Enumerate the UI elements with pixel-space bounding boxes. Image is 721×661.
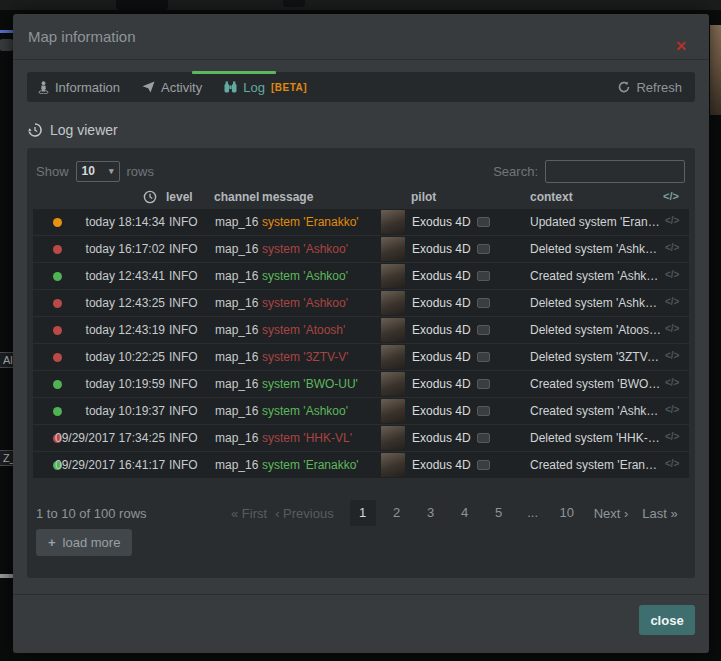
- row-message: system 'Ashkoo': [262, 296, 348, 310]
- beta-badge: [BETA]: [271, 82, 307, 93]
- next-page-button[interactable]: Next ›: [594, 506, 629, 521]
- search-group: Search:: [493, 160, 685, 183]
- table-row[interactable]: today 10:22:25 INFO map_16 system '3ZTV-…: [33, 344, 689, 370]
- map-information-dialog: Map information ✕ Information Activity: [13, 14, 709, 653]
- dialog-title: Map information: [28, 28, 136, 45]
- first-page-button[interactable]: « First: [231, 506, 267, 521]
- row-context: Deleted system 'Atoosh' #...: [530, 323, 662, 337]
- code-icon: </>: [665, 323, 679, 334]
- page-button[interactable]: 10: [554, 500, 580, 526]
- tab-information[interactable]: Information: [27, 72, 131, 102]
- background-map-line: [0, 30, 14, 33]
- tab-label: Log: [243, 80, 265, 95]
- plus-icon: +: [48, 535, 56, 550]
- log-panel: Show 10 ▾ rows Search: level channel mes…: [27, 148, 695, 578]
- table-row[interactable]: today 12:43:25 INFO map_16 system 'Ashko…: [33, 290, 689, 316]
- row-time: today 10:19:59: [55, 377, 165, 391]
- row-context: Created system 'Eranakko...: [530, 458, 662, 472]
- page-button[interactable]: 4: [452, 500, 478, 526]
- row-channel: map_16: [215, 323, 258, 337]
- background-map-shape: [0, 574, 14, 578]
- header-context[interactable]: context: [530, 190, 573, 204]
- row-level: INFO: [169, 377, 198, 391]
- row-level: INFO: [169, 350, 198, 364]
- header-pilot[interactable]: pilot: [411, 190, 436, 204]
- header-level[interactable]: level: [166, 190, 193, 204]
- header-message[interactable]: message: [262, 190, 313, 204]
- character-sheet-icon: [477, 325, 490, 335]
- page-button[interactable]: 2: [384, 500, 410, 526]
- pilot-name: Exodus 4D: [412, 323, 471, 337]
- show-label: Show: [36, 164, 69, 179]
- page-button[interactable]: 1: [350, 500, 376, 526]
- character-sheet-icon: [477, 433, 490, 443]
- row-time: today 16:17:02: [55, 242, 165, 256]
- last-page-button[interactable]: Last »: [642, 506, 677, 521]
- pilot-avatar: [381, 264, 405, 288]
- row-context: Deleted system '3ZTV-V' #...: [530, 350, 662, 364]
- code-icon: </>: [665, 242, 679, 253]
- search-label: Search:: [493, 164, 538, 179]
- row-level: INFO: [169, 323, 198, 337]
- table-row[interactable]: today 10:19:59 INFO map_16 system 'BWO-U…: [33, 371, 689, 397]
- table-row[interactable]: today 18:14:34 INFO map_16 system 'Erana…: [33, 209, 689, 235]
- refresh-label: Refresh: [636, 80, 682, 95]
- load-more-label: load more: [63, 535, 121, 550]
- row-channel: map_16: [215, 431, 258, 445]
- close-icon[interactable]: ✕: [675, 39, 687, 53]
- table-row[interactable]: today 10:19:37 INFO map_16 system 'Ashko…: [33, 398, 689, 424]
- row-level: INFO: [169, 296, 198, 310]
- row-context: Created system 'Ashkoo' ...: [530, 404, 662, 418]
- pilot-avatar: [381, 210, 405, 234]
- pilot-name: Exodus 4D: [412, 296, 471, 310]
- search-input[interactable]: [545, 160, 685, 183]
- character-sheet-icon: [477, 379, 490, 389]
- table-body: today 18:14:34 INFO map_16 system 'Erana…: [33, 209, 689, 479]
- row-time: today 10:19:37: [55, 404, 165, 418]
- table-row[interactable]: 09/29/2017 17:34:25 INFO map_16 system '…: [33, 425, 689, 451]
- row-time: today 12:43:19: [55, 323, 165, 337]
- row-channel: map_16: [215, 269, 258, 283]
- table-row[interactable]: today 12:43:41 INFO map_16 system 'Ashko…: [33, 263, 689, 289]
- clock-icon: [143, 190, 157, 204]
- table-row[interactable]: today 12:43:19 INFO map_16 system 'Atoos…: [33, 317, 689, 343]
- table-row[interactable]: today 16:17:02 INFO map_16 system 'Ashko…: [33, 236, 689, 262]
- rows-per-page-value: 10: [82, 164, 95, 178]
- pilot-name: Exodus 4D: [412, 215, 471, 229]
- close-button[interactable]: close: [639, 605, 695, 635]
- character-sheet-icon: [477, 244, 490, 254]
- table-controls: Show 10 ▾ rows Search:: [36, 159, 685, 183]
- tab-activity[interactable]: Activity: [131, 72, 213, 102]
- header-channel[interactable]: channel: [214, 190, 259, 204]
- table-row[interactable]: 09/29/2017 16:41:17 INFO map_16 system '…: [33, 452, 689, 478]
- chevron-down-icon: ▾: [109, 166, 114, 176]
- row-message: system 'HHK-VL': [262, 431, 352, 445]
- tab-label: Information: [55, 80, 120, 95]
- pilot-avatar: [381, 426, 405, 450]
- row-channel: map_16: [215, 296, 258, 310]
- code-icon: </>: [665, 377, 679, 388]
- code-icon: </>: [665, 296, 679, 307]
- code-icon: </>: [665, 350, 679, 361]
- row-level: INFO: [169, 431, 198, 445]
- previous-page-button[interactable]: ‹ Previous: [275, 506, 334, 521]
- rows-per-page-select[interactable]: 10 ▾: [76, 161, 120, 182]
- row-context: Deleted system 'Ashkoo' ...: [530, 242, 662, 256]
- page-button[interactable]: 5: [486, 500, 512, 526]
- refresh-icon: [618, 81, 630, 93]
- row-level: INFO: [169, 242, 198, 256]
- pilot-avatar: [381, 237, 405, 261]
- pilot-name: Exodus 4D: [412, 431, 471, 445]
- row-message: system 'Ashkoo': [262, 269, 348, 283]
- row-context: Created system 'BWO-UU'...: [530, 377, 662, 391]
- load-more-button[interactable]: + load more: [36, 529, 132, 556]
- page-button[interactable]: 3: [418, 500, 444, 526]
- row-pilot: Exodus 4D: [412, 215, 490, 229]
- row-pilot: Exodus 4D: [412, 377, 490, 391]
- tab-log[interactable]: Log [BETA]: [213, 72, 318, 102]
- code-icon: </>: [665, 458, 679, 469]
- row-level: INFO: [169, 215, 198, 229]
- character-sheet-icon: [477, 217, 490, 227]
- log-viewer-title: Log viewer: [50, 122, 118, 138]
- refresh-button[interactable]: Refresh: [605, 80, 695, 95]
